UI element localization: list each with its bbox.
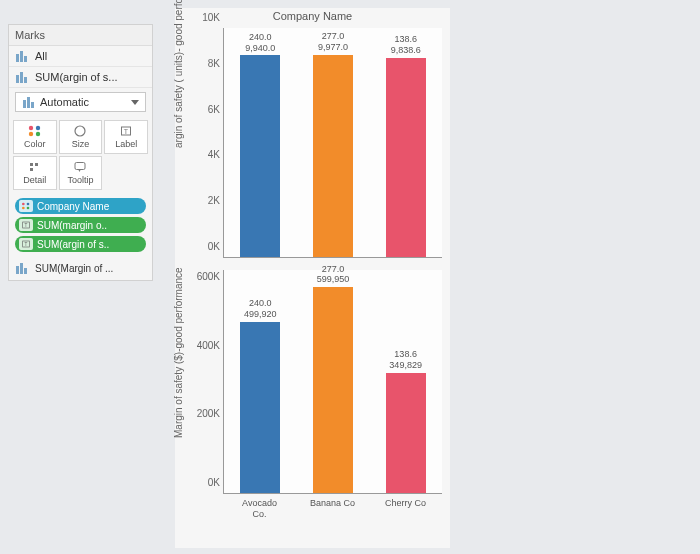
svg-rect-2 <box>24 56 27 62</box>
svg-rect-1 <box>20 51 23 62</box>
encode-size[interactable]: Size <box>59 120 103 154</box>
bar-avocado-units[interactable]: 240.09,940.0 <box>240 55 280 257</box>
y-axis-title-top: argin of safety ( units)- good performan… <box>173 0 184 148</box>
encode-label: Label <box>115 139 137 149</box>
encode-detail[interactable]: Detail <box>13 156 57 190</box>
marks-row-sum-units[interactable]: SUM(argin of s... <box>9 67 152 88</box>
encode-label: Color <box>24 139 46 149</box>
pill-label: SUM(argin of s.. <box>37 239 109 250</box>
ytick: 600K <box>186 271 220 282</box>
svg-point-10 <box>36 126 40 130</box>
svg-rect-31 <box>24 268 27 274</box>
encode-label[interactable]: T Label <box>104 120 148 154</box>
svg-rect-4 <box>20 72 23 83</box>
marks-row-label: SUM(Margin of ... <box>35 263 113 274</box>
bar-cherry-dollars[interactable]: 138.6349,829 <box>386 373 426 493</box>
svg-rect-0 <box>16 54 19 62</box>
svg-rect-8 <box>31 102 34 108</box>
svg-rect-17 <box>35 163 38 166</box>
encode-label: Detail <box>23 175 46 185</box>
encode-label: Size <box>72 139 90 149</box>
chart: Company Name argin of safety ( units)- g… <box>175 8 450 548</box>
encoding-pills: Company Name T SUM(margin o.. T SUM(argi… <box>9 194 152 256</box>
bar-cherry-units[interactable]: 138.69,838.6 <box>386 58 426 257</box>
svg-rect-3 <box>16 75 19 83</box>
svg-rect-5 <box>24 77 27 83</box>
plot-dollars[interactable]: 600K 400K 200K 0K 240.0499,920 277.0599,… <box>223 270 442 494</box>
encode-label: Tooltip <box>67 175 93 185</box>
ytick: 400K <box>186 339 220 350</box>
pill-company-name[interactable]: Company Name <box>15 198 146 214</box>
marks-row-all[interactable]: All <box>9 46 152 67</box>
svg-point-13 <box>75 126 85 136</box>
svg-point-12 <box>36 132 40 136</box>
marks-type-dropdown[interactable]: Automatic <box>15 92 146 112</box>
svg-rect-18 <box>30 168 33 171</box>
svg-rect-29 <box>16 266 19 274</box>
marks-row-sum-margin[interactable]: SUM(Margin of ... <box>9 256 152 280</box>
svg-text:T: T <box>25 242 28 247</box>
bars-icon <box>15 262 29 274</box>
ytick: 200K <box>186 408 220 419</box>
marks-card: Marks All SUM(argin of s... Automatic Co… <box>8 24 153 281</box>
svg-rect-16 <box>30 163 33 166</box>
svg-point-22 <box>27 203 30 206</box>
ytick: 4K <box>186 149 220 160</box>
svg-rect-7 <box>27 97 30 108</box>
pill-sum-margin-o[interactable]: T SUM(margin o.. <box>15 217 146 233</box>
chevron-down-icon <box>131 100 139 105</box>
svg-rect-30 <box>20 263 23 274</box>
label-icon: T <box>19 238 33 250</box>
ytick: 0K <box>186 477 220 488</box>
pill-sum-argin[interactable]: T SUM(argin of s.. <box>15 236 146 252</box>
svg-point-21 <box>22 203 25 206</box>
bars-icon <box>15 50 29 62</box>
y-axis-title-bottom: Margin of safety ($)-good performance <box>173 267 184 438</box>
ytick: 10K <box>186 12 220 23</box>
xlabel: Banana Co <box>308 498 358 520</box>
marks-type-selected: Automatic <box>40 96 89 108</box>
encoding-grid: Color Size T Label Detail Tooltip <box>9 116 152 194</box>
label-icon: T <box>119 125 133 137</box>
marks-row-label: All <box>35 50 47 62</box>
svg-point-23 <box>22 207 25 210</box>
pill-label: Company Name <box>37 201 109 212</box>
detail-icon <box>28 161 42 173</box>
pill-label: SUM(margin o.. <box>37 220 107 231</box>
plot-units[interactable]: 10K 8K 6K 4K 2K 0K 240.09,940.0 277.09,9… <box>223 28 442 258</box>
encode-tooltip[interactable]: Tooltip <box>59 156 103 190</box>
svg-point-9 <box>29 126 33 130</box>
ytick: 8K <box>186 57 220 68</box>
marks-row-label: SUM(argin of s... <box>35 71 118 83</box>
marks-header: Marks <box>9 25 152 46</box>
ytick: 2K <box>186 195 220 206</box>
svg-point-11 <box>29 132 33 136</box>
bar-avocado-dollars[interactable]: 240.0499,920 <box>240 322 280 493</box>
bar-banana-units[interactable]: 277.09,977.0 <box>313 55 353 257</box>
x-axis-labels: Avocado Co. Banana Co Cherry Co <box>223 494 442 520</box>
color-icon <box>28 125 42 137</box>
bars-icon <box>22 96 36 108</box>
ytick: 0K <box>186 241 220 252</box>
svg-point-24 <box>27 207 30 210</box>
color-icon <box>19 200 33 212</box>
bars-icon <box>15 71 29 83</box>
ytick: 6K <box>186 103 220 114</box>
encode-color[interactable]: Color <box>13 120 57 154</box>
size-icon <box>73 125 87 137</box>
svg-text:T: T <box>124 128 129 135</box>
label-icon: T <box>19 219 33 231</box>
svg-rect-6 <box>23 100 26 108</box>
tooltip-icon <box>73 161 87 173</box>
xlabel: Avocado Co. <box>235 498 285 520</box>
xlabel: Cherry Co <box>381 498 431 520</box>
svg-text:T: T <box>25 223 28 228</box>
bar-banana-dollars[interactable]: 277.0599,950 <box>313 287 353 493</box>
svg-rect-19 <box>75 163 85 170</box>
svg-marker-20 <box>78 169 81 172</box>
